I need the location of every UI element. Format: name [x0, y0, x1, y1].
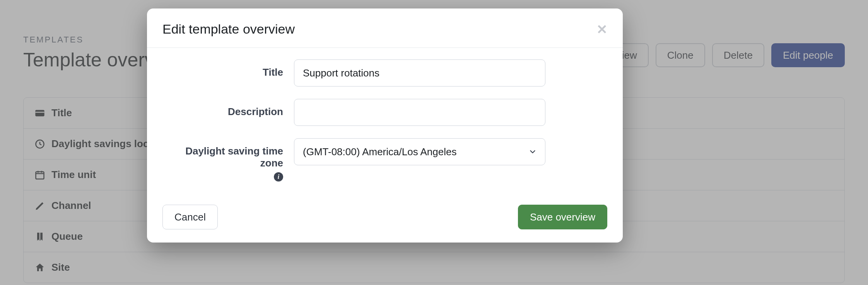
modal-title: Edit template overview	[162, 22, 295, 37]
field-description: Description	[162, 99, 607, 126]
modal-body: Title Description Daylight saving time z…	[147, 48, 623, 198]
timezone-select[interactable]	[294, 138, 545, 165]
save-overview-button[interactable]: Save overview	[518, 205, 607, 229]
field-timezone: Daylight saving time zone i	[162, 138, 607, 182]
label-timezone-text: Daylight saving time zone	[185, 145, 283, 169]
info-icon[interactable]: i	[274, 172, 283, 182]
label-description: Description	[162, 99, 294, 118]
modal-header: Edit template overview ✕	[147, 8, 623, 48]
edit-template-modal: Edit template overview ✕ Title Descripti…	[147, 8, 623, 243]
title-input[interactable]	[294, 59, 545, 87]
cancel-button[interactable]: Cancel	[162, 205, 218, 229]
description-input[interactable]	[294, 99, 545, 126]
field-title: Title	[162, 59, 607, 87]
label-title: Title	[162, 59, 294, 78]
label-timezone: Daylight saving time zone i	[162, 138, 294, 182]
close-icon[interactable]: ✕	[596, 23, 607, 36]
modal-footer: Cancel Save overview	[147, 198, 623, 243]
